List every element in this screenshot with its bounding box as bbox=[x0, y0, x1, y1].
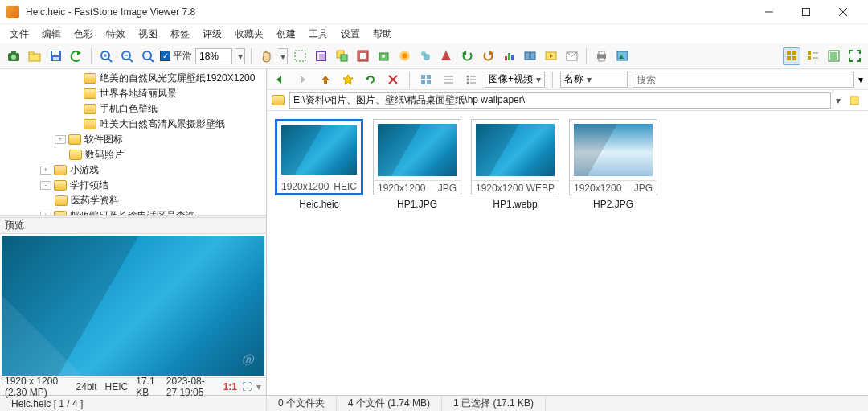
minimize-button[interactable] bbox=[751, 0, 788, 24]
nav-back-button[interactable] bbox=[272, 71, 289, 88]
tree-toggle-icon[interactable]: - bbox=[40, 181, 51, 190]
rotate-left-button[interactable] bbox=[458, 47, 476, 65]
menu-tag[interactable]: 标签 bbox=[164, 25, 196, 43]
path-input[interactable]: E:\资料\相片、图片、壁纸\精品桌面壁纸\hp wallpaper\ bbox=[289, 92, 831, 109]
rotate-right-button[interactable] bbox=[479, 47, 497, 65]
hand-dropdown[interactable]: ▾ bbox=[278, 48, 288, 64]
tree-label: 邮政编码及长途电话区号查询 bbox=[70, 209, 195, 215]
resize-button[interactable] bbox=[333, 47, 350, 65]
view-detail-button[interactable] bbox=[825, 47, 842, 65]
thumbnail[interactable]: 1920x1200HEICHeic.heic bbox=[275, 119, 363, 210]
delete-button[interactable] bbox=[384, 71, 402, 88]
rotate-button[interactable] bbox=[375, 47, 392, 65]
tree-node[interactable]: -学打领结 bbox=[0, 178, 266, 193]
svg-rect-69 bbox=[427, 75, 431, 79]
svg-marker-64 bbox=[343, 75, 353, 84]
canvas-button[interactable] bbox=[354, 47, 371, 65]
tree-node[interactable]: 数码照片 bbox=[0, 147, 266, 162]
menu-view[interactable]: 视图 bbox=[132, 25, 164, 43]
preview-expand-icon[interactable]: ⛶ bbox=[242, 381, 252, 393]
fit-button[interactable] bbox=[139, 47, 157, 65]
view-small-list-button[interactable] bbox=[440, 71, 457, 88]
search-dropdown-icon[interactable]: ▾ bbox=[858, 74, 863, 85]
select-tool-button[interactable] bbox=[291, 47, 309, 65]
crop-button[interactable] bbox=[312, 47, 330, 65]
tree-toggle-icon[interactable]: + bbox=[55, 135, 66, 144]
view-thumb-button[interactable] bbox=[783, 47, 800, 65]
tree-node[interactable]: +小游戏 bbox=[0, 162, 266, 178]
type-filter-label: 图像+视频 bbox=[489, 72, 533, 86]
preview-menu-icon[interactable]: ▾ bbox=[256, 381, 261, 393]
menu-file[interactable]: 文件 bbox=[3, 25, 35, 43]
thumbnail-format: WEBP bbox=[526, 183, 555, 194]
preview-image[interactable]: ⓗ bbox=[2, 236, 264, 376]
tree-toggle-icon[interactable]: + bbox=[40, 166, 51, 175]
nav-forward-button[interactable] bbox=[294, 71, 312, 88]
tree-node[interactable]: +邮政编码及长途电话区号查询 bbox=[0, 208, 266, 215]
sharpen-button[interactable] bbox=[437, 47, 455, 65]
menu-effects[interactable]: 特效 bbox=[100, 25, 132, 43]
menu-rating[interactable]: 评级 bbox=[196, 25, 228, 43]
type-filter-select[interactable]: 图像+视频 ▾ bbox=[485, 72, 545, 88]
path-go-button[interactable] bbox=[845, 92, 863, 109]
path-dropdown-icon[interactable]: ▾ bbox=[836, 95, 841, 106]
search-input[interactable] bbox=[633, 72, 854, 88]
slideshow-button[interactable] bbox=[542, 47, 559, 65]
adjust-button[interactable] bbox=[395, 47, 413, 65]
tree-node[interactable]: 手机白色壁纸 bbox=[0, 101, 266, 117]
thumbnail-format: JPG bbox=[438, 183, 457, 194]
blur-button[interactable] bbox=[416, 47, 434, 65]
svg-rect-68 bbox=[421, 75, 425, 79]
thumbnail[interactable]: 1920x1200WEBPHP1.webp bbox=[471, 119, 559, 210]
tree-node[interactable]: 世界各地绮丽风景 bbox=[0, 86, 266, 101]
acquire-button[interactable] bbox=[5, 47, 23, 65]
sort-select[interactable]: 名称 ▾ bbox=[560, 72, 628, 88]
new-folder-button[interactable] bbox=[26, 47, 43, 65]
zoom-out-button[interactable] bbox=[118, 47, 136, 65]
thumbnail-grid[interactable]: 1920x1200HEICHeic.heic1920x1200JPGHP1.JP… bbox=[267, 111, 868, 395]
wallpaper-button[interactable] bbox=[613, 47, 631, 65]
menu-tools[interactable]: 工具 bbox=[302, 25, 334, 43]
folder-tree[interactable]: 绝美的自然风光宽屏壁纸1920X1200世界各地绮丽风景手机白色壁纸唯美大自然高… bbox=[0, 69, 266, 215]
zoom-dropdown[interactable]: ▾ bbox=[235, 48, 245, 64]
menu-help[interactable]: 帮助 bbox=[366, 25, 399, 43]
tree-node[interactable]: 医药学资料 bbox=[0, 193, 266, 208]
toolbar-separator bbox=[251, 48, 252, 64]
favorite-button[interactable] bbox=[339, 71, 357, 88]
histogram-button[interactable] bbox=[500, 47, 518, 65]
tree-node[interactable]: 唯美大自然高清风景摄影壁纸 bbox=[0, 117, 266, 132]
smooth-checkbox[interactable]: ✓ 平滑 bbox=[160, 49, 192, 63]
menu-settings[interactable]: 设置 bbox=[334, 25, 366, 43]
preview-format: HEIC bbox=[105, 381, 129, 393]
save-button[interactable] bbox=[47, 47, 64, 65]
view-large-icons-button[interactable] bbox=[417, 71, 435, 88]
menu-favorite[interactable]: 收藏夹 bbox=[228, 25, 270, 43]
fullscreen-button[interactable] bbox=[845, 47, 863, 65]
zoom-in-button[interactable] bbox=[97, 47, 115, 65]
hand-tool-button[interactable] bbox=[257, 47, 275, 65]
svg-rect-71 bbox=[427, 80, 431, 84]
view-list-button[interactable] bbox=[804, 47, 821, 65]
menu-create[interactable]: 创建 bbox=[270, 25, 302, 43]
close-button[interactable] bbox=[825, 0, 862, 24]
menu-color[interactable]: 色彩 bbox=[68, 25, 100, 43]
left-panel: 绝美的自然风光宽屏壁纸1920X1200世界各地绮丽风景手机白色壁纸唯美大自然高… bbox=[0, 69, 267, 395]
thumbnail[interactable]: 1920x1200JPGHP1.JPG bbox=[373, 119, 461, 210]
print-button[interactable] bbox=[592, 47, 610, 65]
svg-rect-11 bbox=[53, 57, 59, 60]
maximize-button[interactable] bbox=[788, 0, 825, 24]
compare-button[interactable] bbox=[521, 47, 538, 65]
thumbnail[interactable]: 1920x1200JPGHP2.JPG bbox=[569, 119, 657, 210]
filter-bar: 图像+视频 ▾ 名称 ▾ ▾ bbox=[267, 69, 868, 90]
nav-up-button[interactable] bbox=[317, 71, 334, 88]
refresh-button[interactable] bbox=[362, 71, 379, 88]
thumbnail-image bbox=[281, 125, 357, 175]
undo-button[interactable] bbox=[68, 47, 85, 65]
tree-node[interactable]: +软件图标 bbox=[0, 132, 266, 147]
view-details-button[interactable] bbox=[462, 71, 480, 88]
svg-rect-22 bbox=[295, 51, 305, 61]
email-button[interactable] bbox=[563, 47, 580, 65]
tree-node[interactable]: 绝美的自然风光宽屏壁纸1920X1200 bbox=[0, 71, 266, 86]
zoom-percentage-input[interactable]: 18% bbox=[195, 48, 232, 64]
menu-edit[interactable]: 编辑 bbox=[35, 25, 68, 43]
